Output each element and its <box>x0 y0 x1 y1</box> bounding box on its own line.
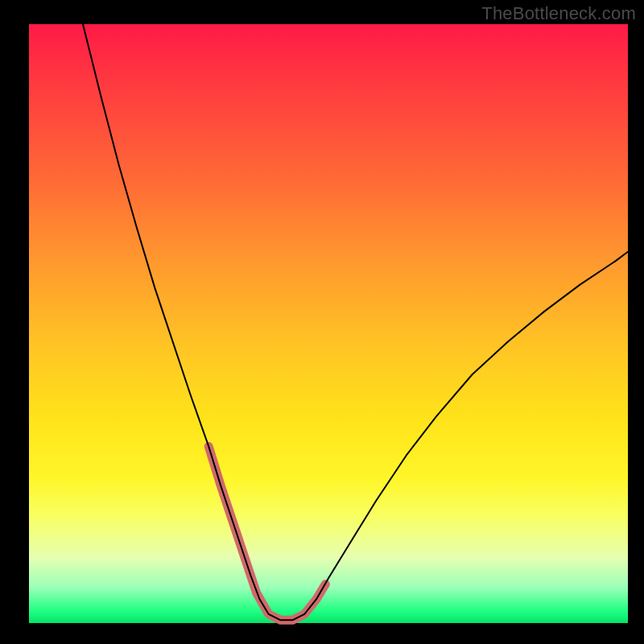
chart-plot-area <box>29 24 628 623</box>
curve-path <box>83 24 628 620</box>
watermark-label: TheBottleneck.com <box>481 3 636 24</box>
marker-band-path <box>208 447 325 621</box>
chart-frame: TheBottleneck.com <box>0 0 644 644</box>
chart-svg <box>29 24 628 623</box>
